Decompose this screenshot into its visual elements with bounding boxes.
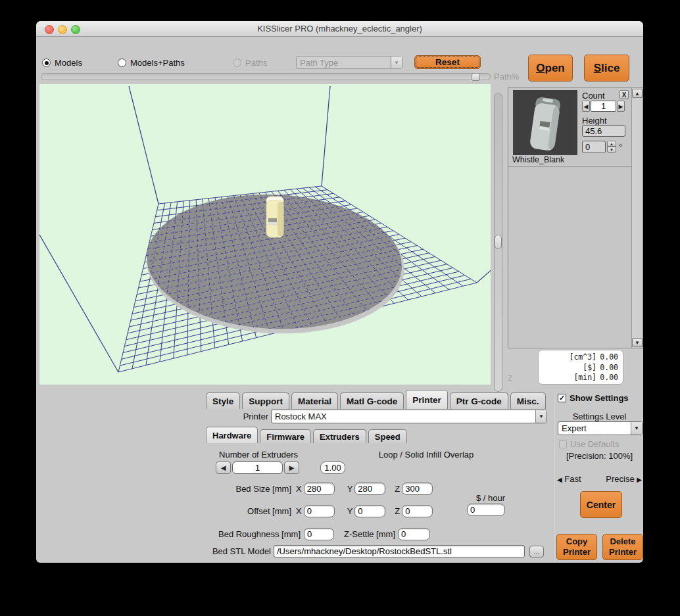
bed-roughness-label: Bed Roughness [mm] bbox=[214, 529, 301, 539]
roughness-row: Bed Roughness [mm] Z-Settle [mm] bbox=[214, 528, 430, 540]
up-arrow-icon: ▲ bbox=[610, 142, 614, 146]
printer-select-value: Rostock MAX bbox=[272, 412, 535, 421]
tab-printer-label: Printer bbox=[412, 395, 441, 405]
dollar-hour-input[interactable] bbox=[467, 504, 505, 516]
stat-volume-label: [cm^3] bbox=[569, 352, 596, 363]
rotation-up-button[interactable]: ▲ bbox=[607, 141, 616, 147]
z-settle-input[interactable] bbox=[398, 528, 430, 540]
copy-printer-button[interactable]: Copy Printer bbox=[556, 534, 597, 560]
subtab-speed[interactable]: Speed bbox=[368, 429, 407, 443]
models-paths-radio-label: Models+Paths bbox=[130, 58, 185, 68]
bed-size-x-input[interactable] bbox=[304, 483, 335, 495]
tab-material-label: Material bbox=[298, 396, 331, 406]
dollar-hour-label: $ / hour bbox=[460, 493, 521, 503]
models-paths-radio[interactable]: Models+Paths bbox=[118, 58, 185, 68]
model-list-item[interactable]: Whistle_Blank Count X ◀ 1 ▶ Height 45.6 … bbox=[508, 88, 631, 167]
offset-y-input[interactable] bbox=[354, 505, 385, 517]
viewport-zoom-slider-handle[interactable] bbox=[495, 235, 502, 249]
right-arrow-icon: ▶ bbox=[619, 103, 623, 110]
app-window: KISSlicer PRO (mhackney_eclectic_angler)… bbox=[36, 21, 643, 563]
subtab-firmware[interactable]: Firmware bbox=[260, 429, 311, 443]
slice-button[interactable]: Slice bbox=[584, 55, 629, 82]
subtab-hardware[interactable]: Hardware bbox=[206, 427, 258, 443]
tab-ptr-gcode-label: Ptr G-code bbox=[456, 396, 502, 406]
bed-size-y-input[interactable] bbox=[354, 483, 385, 495]
tab-matl-gcode-label: Matl G-code bbox=[347, 396, 397, 406]
model-thumbnail[interactable] bbox=[513, 90, 577, 155]
screenshot-stage: KISSlicer PRO (mhackney_eclectic_angler)… bbox=[0, 0, 680, 616]
subtab-extruders[interactable]: Extruders bbox=[313, 429, 366, 443]
tab-misc[interactable]: Misc. bbox=[510, 392, 546, 409]
tab-ptr-gcode[interactable]: Ptr G-code bbox=[450, 392, 508, 409]
center-button-label: Center bbox=[587, 500, 616, 510]
subtab-extruders-label: Extruders bbox=[320, 432, 360, 442]
num-extruders-value[interactable]: 1 bbox=[232, 462, 283, 474]
printer-subtab-bar: Hardware Firmware Extruders Speed bbox=[206, 426, 407, 443]
stat-time-label: [min] bbox=[573, 373, 596, 383]
remove-model-button[interactable]: X bbox=[619, 90, 629, 99]
extruders-increment-button[interactable]: ▶ bbox=[284, 462, 299, 474]
3d-viewport[interactable] bbox=[39, 84, 491, 385]
tab-matl-gcode[interactable]: Matl G-code bbox=[340, 392, 404, 409]
fast-label: ◀ Fast bbox=[557, 474, 581, 484]
delete-printer-button[interactable]: Delete Printer bbox=[602, 534, 643, 560]
models-scrollbar[interactable]: ▲ ▼ bbox=[631, 88, 643, 348]
show-settings-label: Show Settings bbox=[570, 393, 629, 403]
height-value: 45.6 bbox=[582, 125, 625, 137]
count-decrement-button[interactable]: ◀ bbox=[582, 101, 590, 112]
overlap-value: 1.00 bbox=[320, 462, 345, 474]
offset-x-input[interactable] bbox=[304, 505, 335, 517]
settings-level-select[interactable]: Expert ▼ bbox=[558, 421, 643, 435]
model-whistle-blank[interactable] bbox=[266, 197, 283, 237]
count-value[interactable]: 1 bbox=[591, 101, 616, 112]
scroll-down-button[interactable]: ▼ bbox=[632, 338, 643, 347]
tab-style[interactable]: Style bbox=[206, 392, 240, 409]
delete-printer-button-label: Delete Printer bbox=[604, 536, 641, 557]
tab-support-label: Support bbox=[249, 396, 283, 406]
rotation-down-button[interactable]: ▼ bbox=[607, 147, 616, 153]
tab-support[interactable]: Support bbox=[242, 392, 289, 409]
settings-divider bbox=[554, 391, 555, 561]
tab-misc-label: Misc. bbox=[517, 396, 539, 406]
bed-roughness-input[interactable] bbox=[304, 528, 334, 540]
path-percent-slider[interactable] bbox=[41, 73, 491, 80]
tab-material[interactable]: Material bbox=[291, 392, 338, 409]
bed-stl-path-input[interactable] bbox=[274, 545, 525, 557]
count-increment-button[interactable]: ▶ bbox=[617, 101, 625, 112]
settings-level-label: Settings Level bbox=[556, 412, 643, 421]
precision-label: [Precision: 100%] bbox=[556, 451, 643, 461]
center-button[interactable]: Center bbox=[580, 491, 622, 518]
radio-selected-icon bbox=[42, 59, 51, 67]
down-arrow-icon: ▼ bbox=[610, 148, 614, 152]
scroll-up-button[interactable]: ▲ bbox=[632, 89, 643, 98]
tab-printer[interactable]: Printer bbox=[406, 390, 448, 409]
viewport-zoom-slider[interactable] bbox=[494, 93, 502, 392]
models-radio[interactable]: Models bbox=[42, 58, 82, 68]
radio-icon bbox=[118, 59, 126, 67]
reset-button[interactable]: Reset bbox=[414, 55, 481, 69]
left-arrow-icon: ◀ bbox=[557, 476, 562, 483]
subtab-hardware-label: Hardware bbox=[212, 431, 251, 440]
precise-label: Precise ▶ bbox=[606, 474, 642, 484]
show-settings-checkbox[interactable]: ✓ Show Settings bbox=[558, 393, 629, 403]
scene-canvas bbox=[39, 84, 491, 385]
stat-time: [min] 0.00 bbox=[539, 373, 618, 383]
checkbox-checked-icon: ✓ bbox=[558, 394, 566, 402]
open-button-label: Open bbox=[536, 62, 564, 75]
extruders-decrement-button[interactable]: ◀ bbox=[216, 462, 231, 474]
bed-size-z-input[interactable] bbox=[402, 483, 433, 495]
path-percent-slider-handle[interactable] bbox=[472, 73, 480, 81]
degree-symbol: ° bbox=[619, 142, 622, 152]
offset-label: Offset [mm] bbox=[214, 506, 291, 516]
offset-z-input[interactable] bbox=[402, 505, 433, 517]
settings-level-value: Expert bbox=[558, 423, 631, 433]
z-label: Z bbox=[395, 484, 400, 494]
use-defaults-label: Use Defaults bbox=[570, 439, 619, 449]
printer-select[interactable]: Rostock MAX ▼ bbox=[271, 410, 547, 423]
browse-bed-stl-button[interactable]: ... bbox=[529, 546, 544, 557]
open-button[interactable]: Open bbox=[528, 55, 573, 82]
z-settle-label: Z-Settle [mm] bbox=[344, 529, 395, 539]
offset-row: Offset [mm] X Y Z bbox=[214, 505, 433, 517]
radio-disabled-icon bbox=[233, 59, 241, 67]
rotation-value[interactable]: 0 bbox=[582, 141, 606, 153]
